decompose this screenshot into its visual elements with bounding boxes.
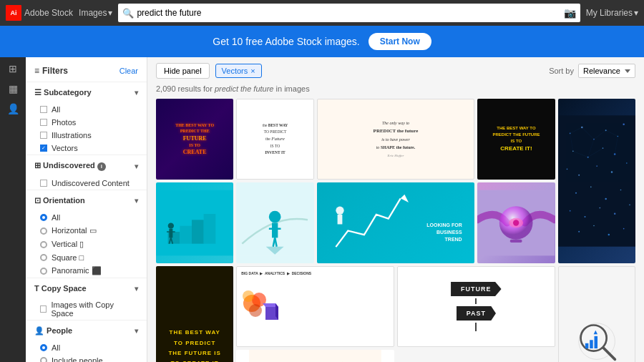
svg-point-55 [336, 207, 343, 215]
hide-panel-button[interactable]: Hide panel [156, 63, 210, 79]
image-cell-6[interactable] [156, 182, 233, 263]
image-cell-4[interactable]: THE BEST WAY TOPREDICT THE FUTUREIS TOCR… [477, 99, 555, 180]
svg-rect-61 [510, 240, 522, 243]
radio-horizontal [40, 228, 47, 235]
svg-point-23 [614, 213, 616, 215]
people-include[interactable]: Include people [26, 354, 147, 362]
svg-point-15 [626, 162, 628, 164]
svg-rect-42 [204, 214, 216, 244]
svg-rect-0 [558, 115, 635, 246]
people-all[interactable]: All [26, 341, 147, 354]
svg-point-11 [566, 168, 567, 170]
checkbox-photos [40, 119, 47, 126]
image-cell-1[interactable]: THE BEST WAY TOPREDICT theFUTUREIS TOCRE… [156, 99, 233, 180]
search-icon: 🔍 [122, 8, 134, 19]
subcategory-all[interactable]: All [26, 103, 147, 116]
image-cell-5[interactable] [558, 99, 635, 263]
copy-space-header[interactable]: T Copy Space ▾ [26, 278, 147, 298]
sidebar-top: ≡ Filters Clear [26, 63, 147, 82]
isometric-svg [156, 182, 233, 263]
svg-point-19 [620, 190, 621, 191]
subcategory-header[interactable]: ☰ Subcategory ▾ [26, 82, 147, 103]
image-cell-11[interactable]: BIG DATA ▶ ANALYTICS ▶ DECISIONS [236, 266, 394, 347]
radio-people-all [40, 344, 47, 351]
undiscovered-section: ⊞ Undiscovered i ▾ Undiscovered Content [26, 155, 147, 190]
svg-rect-44 [169, 229, 172, 238]
svg-point-65 [249, 304, 262, 317]
filter-tag-close[interactable]: × [250, 67, 255, 75]
image-cell-9[interactable] [477, 182, 555, 263]
svg-point-25 [578, 231, 580, 233]
subcategory-illustrations[interactable]: Illustrations [26, 129, 147, 142]
orientation-panoramic[interactable]: Panoramic ⬛ [26, 264, 147, 278]
promo-banner: Get 10 free Adobe Stock images. Start No… [0, 26, 644, 57]
image-cell-7[interactable] [236, 182, 313, 263]
image-grid: THE BEST WAY TOPREDICT theFUTUREIS TOCRE… [156, 99, 635, 362]
chevron-icon: ▾ [135, 89, 138, 97]
my-libraries-button[interactable]: My Libraries ▾ [586, 8, 638, 18]
orientation-vertical[interactable]: Vertical ▯ [26, 238, 147, 251]
image-cell-3[interactable]: The only way toPREDICT the futureis to h… [317, 99, 475, 180]
image-cell-14[interactable]: ★ ★ ★ [236, 350, 394, 362]
svg-point-43 [168, 223, 174, 229]
undiscovered-header[interactable]: ⊞ Undiscovered i ▾ [26, 155, 147, 177]
image-cell-2[interactable]: the BEST WAYTO PREDICTthe FutureIS TOINV… [236, 99, 313, 180]
subcategory-section: ☰ Subcategory ▾ All Photos Illustrations… [26, 82, 147, 155]
sidebar: ≡ Filters Clear ☰ Subcategory ▾ All Phot… [26, 57, 147, 362]
image-cell-10[interactable]: THE BEST WAYTO PREDICTTHE FUTURE ISTO CR… [156, 266, 233, 362]
chevron-icon: ▾ [135, 327, 138, 335]
undiscovered-content[interactable]: Undiscovered Content [26, 177, 147, 190]
orientation-header[interactable]: ⊡ Orientation ▾ [26, 190, 147, 211]
svg-rect-72 [585, 343, 589, 348]
home-icon[interactable]: ⊞ [9, 63, 17, 74]
images-dropdown[interactable]: Images ▾ [79, 8, 112, 18]
chevron-icon: ▾ [135, 285, 138, 293]
chevron-icon: ▾ [135, 197, 138, 205]
image-cell-8[interactable]: LOOKING FORBUSINESSTREND [317, 182, 475, 263]
crystal-svg [477, 182, 555, 263]
info-icon: i [97, 162, 106, 171]
content-toolbar: Hide panel Vectors × Sort by Relevance N… [156, 63, 635, 79]
svg-point-64 [243, 290, 254, 302]
sort-bar: Sort by Relevance Newest Oldest Popular [549, 64, 635, 78]
radio-all [40, 214, 47, 221]
chevron-down-icon: ▾ [634, 8, 638, 18]
person-svg [236, 182, 313, 263]
analytics-svg [571, 299, 623, 362]
orientation-square[interactable]: Square □ [26, 251, 147, 264]
subcategory-vectors[interactable]: Vectors [26, 142, 147, 155]
chevron-icon: ▾ [135, 162, 138, 170]
orientation-horizontal[interactable]: Horizontal ▭ [26, 224, 147, 238]
grid-icon[interactable]: ▦ [9, 83, 18, 94]
svg-point-10 [614, 153, 616, 155]
svg-rect-74 [594, 336, 597, 348]
particles-svg [558, 99, 635, 263]
subcategory-photos[interactable]: Photos [26, 116, 147, 129]
svg-rect-40 [180, 226, 192, 244]
camera-icon[interactable]: 📷 [564, 7, 576, 19]
checkbox-all [40, 106, 47, 113]
svg-point-27 [608, 234, 610, 236]
people-header[interactable]: 👤 People ▾ [26, 321, 147, 341]
filter-tag-vectors: Vectors × [215, 64, 262, 78]
content-area: Hide panel Vectors × Sort by Relevance N… [147, 57, 644, 362]
person-icon[interactable]: 👤 [7, 103, 19, 114]
svg-point-17 [590, 187, 592, 188]
svg-marker-54 [400, 195, 408, 202]
start-now-button[interactable]: Start Now [369, 33, 431, 50]
image-cell-13[interactable]: BIGDATA [558, 266, 635, 362]
bigdata-cubes [241, 278, 280, 332]
search-input[interactable] [137, 8, 557, 18]
results-count: 2,090 results for predict the future in … [156, 84, 635, 93]
svg-point-21 [584, 216, 585, 217]
svg-point-28 [623, 228, 624, 230]
image-cell-12[interactable]: FUTURE PAST [397, 266, 555, 347]
sort-label: Sort by [549, 67, 574, 75]
clear-filters-link[interactable]: Clear [119, 67, 138, 75]
radio-square [40, 254, 47, 261]
orientation-all[interactable]: All [26, 211, 147, 224]
top-bar: Ai Adobe Stock Images ▾ 🔍 📷 My Libraries… [0, 0, 644, 26]
sort-select[interactable]: Relevance Newest Oldest Popular [578, 64, 635, 78]
filters-label: ≡ Filters [34, 66, 68, 76]
copy-space-option[interactable]: Images with Copy Space [26, 298, 147, 320]
